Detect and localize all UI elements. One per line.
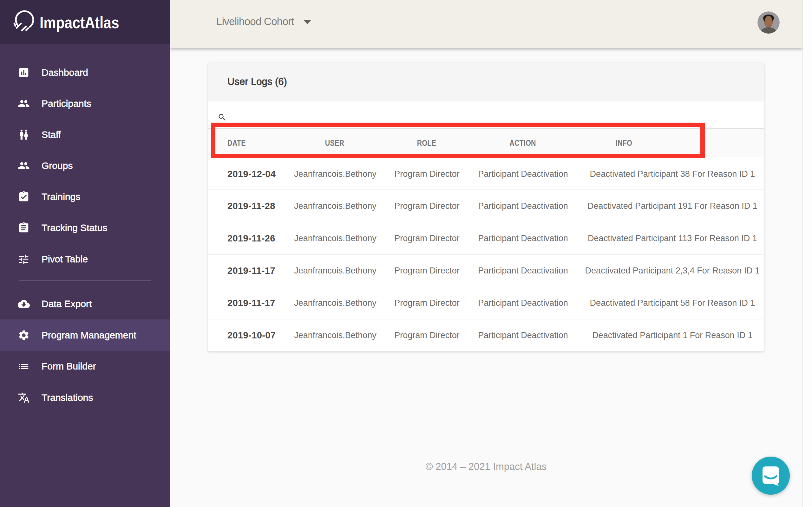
svg-text:ImpactAtlas: ImpactAtlas [40,13,119,32]
